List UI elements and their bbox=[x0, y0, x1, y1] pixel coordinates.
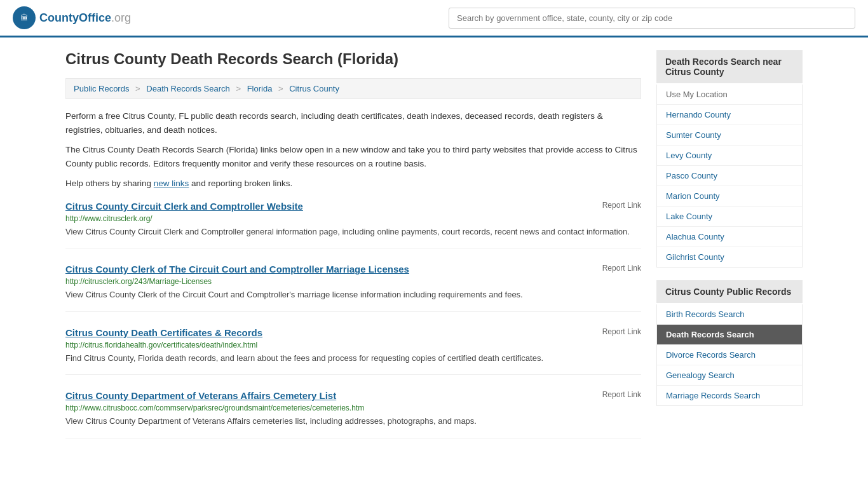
sidebar-item-genealogy[interactable]: Genealogy Search bbox=[657, 365, 802, 386]
new-links-link[interactable]: new links bbox=[154, 179, 189, 188]
sidebar-item-marion[interactable]: Marion County bbox=[657, 186, 802, 207]
link-1[interactable]: Citrus County Clerk of The Circuit Court… bbox=[65, 264, 409, 274]
breadcrumb-citrus-county[interactable]: Citrus County bbox=[289, 84, 339, 93]
header: 🏛 CountyOffice.org bbox=[0, 0, 868, 37]
link-desc-1: View Citrus County Clerk of the Circuit … bbox=[65, 288, 641, 301]
sidebar-item-pasco[interactable]: Pasco County bbox=[657, 166, 802, 186]
breadcrumb-florida[interactable]: Florida bbox=[247, 84, 273, 93]
sidebar-item-levy[interactable]: Levy County bbox=[657, 146, 802, 166]
breadcrumb: Public Records > Death Records Search > … bbox=[65, 78, 641, 99]
sidebar-nearby-heading: Death Records Search near Citrus County bbox=[656, 50, 803, 83]
link-url-2: http://citrus.floridahealth.gov/certific… bbox=[65, 341, 641, 349]
link-item: Citrus County Clerk of The Circuit Court… bbox=[65, 264, 641, 312]
link-desc-3: View Citrus County Department of Veteran… bbox=[65, 415, 641, 428]
description: Perform a free Citrus County, FL public … bbox=[65, 109, 641, 191]
report-link-1[interactable]: Report Link bbox=[602, 264, 641, 273]
breadcrumb-death-records[interactable]: Death Records Search bbox=[146, 84, 230, 93]
link-item: Citrus County Death Certificates & Recor… bbox=[65, 327, 641, 376]
sidebar-item-lake[interactable]: Lake County bbox=[657, 207, 802, 227]
sidebar-item-use-location[interactable]: Use My Location bbox=[657, 85, 802, 105]
sidebar-nearby-list: Use My Location Hernando County Sumter C… bbox=[656, 85, 803, 268]
logo-text: CountyOffice.org bbox=[39, 11, 131, 25]
link-desc-2: Find Citrus County, Florida death record… bbox=[65, 352, 641, 365]
sidebar-item-gilchrist[interactable]: Gilchrist County bbox=[657, 247, 802, 267]
link-title-3: Citrus County Department of Veterans Aff… bbox=[65, 390, 336, 401]
link-url-0: http://www.citrusclerk.org/ bbox=[65, 214, 641, 223]
sidebar-nearby-section: Death Records Search near Citrus County … bbox=[656, 50, 803, 268]
search-bar[interactable] bbox=[449, 8, 855, 29]
description-para-2: The Citrus County Death Records Search (… bbox=[65, 143, 641, 170]
link-2[interactable]: Citrus County Death Certificates & Recor… bbox=[65, 327, 262, 338]
sidebar-records-list: Birth Records Search Death Records Searc… bbox=[656, 304, 803, 406]
sidebar-item-divorce-records[interactable]: Divorce Records Search bbox=[657, 345, 802, 365]
report-link-2[interactable]: Report Link bbox=[602, 327, 641, 336]
link-item: Citrus County Department of Veterans Aff… bbox=[65, 390, 641, 438]
link-0[interactable]: Citrus County Circuit Clerk and Comptrol… bbox=[65, 201, 303, 212]
breadcrumb-public-records[interactable]: Public Records bbox=[74, 84, 129, 93]
sidebar-item-hernando[interactable]: Hernando County bbox=[657, 105, 802, 125]
sidebar-records-heading: Citrus County Public Records bbox=[656, 280, 803, 303]
search-input[interactable] bbox=[449, 8, 855, 29]
sidebar-item-death-records[interactable]: Death Records Search bbox=[657, 325, 802, 345]
link-3[interactable]: Citrus County Department of Veterans Aff… bbox=[65, 390, 336, 401]
main-content: Citrus County Death Records Search (Flor… bbox=[65, 50, 641, 454]
sidebar-records-section: Citrus County Public Records Birth Recor… bbox=[656, 280, 803, 406]
description-para-3: Help others by sharing new links and rep… bbox=[65, 177, 641, 191]
link-url-3: http://www.citrusbocc.com/commserv/parks… bbox=[65, 403, 641, 412]
sidebar-item-birth-records[interactable]: Birth Records Search bbox=[657, 304, 802, 325]
description-para-1: Perform a free Citrus County, FL public … bbox=[65, 109, 641, 137]
sidebar: Death Records Search near Citrus County … bbox=[656, 50, 803, 454]
sidebar-item-sumter[interactable]: Sumter County bbox=[657, 125, 802, 146]
sidebar-item-alachua[interactable]: Alachua County bbox=[657, 227, 802, 247]
link-url-1: http://citrusclerk.org/243/Marriage-Lice… bbox=[65, 277, 641, 286]
link-item: Citrus County Circuit Clerk and Comptrol… bbox=[65, 201, 641, 249]
link-title-0: Citrus County Circuit Clerk and Comptrol… bbox=[65, 201, 303, 212]
link-items-container: Citrus County Circuit Clerk and Comptrol… bbox=[65, 201, 641, 438]
link-desc-0: View Citrus County Circuit Clerk and Com… bbox=[65, 226, 641, 238]
report-link-3[interactable]: Report Link bbox=[602, 390, 641, 399]
svg-text:🏛: 🏛 bbox=[20, 13, 28, 22]
link-title-2: Citrus County Death Certificates & Recor… bbox=[65, 327, 262, 338]
link-title-1: Citrus County Clerk of The Circuit Court… bbox=[65, 264, 409, 274]
report-link-0[interactable]: Report Link bbox=[602, 201, 641, 210]
sidebar-item-marriage-records[interactable]: Marriage Records Search bbox=[657, 386, 802, 405]
main-container: Citrus County Death Records Search (Flor… bbox=[53, 37, 815, 466]
page-title: Citrus County Death Records Search (Flor… bbox=[65, 50, 641, 68]
logo[interactable]: 🏛 CountyOffice.org bbox=[13, 6, 131, 29]
logo-icon: 🏛 bbox=[13, 6, 36, 29]
